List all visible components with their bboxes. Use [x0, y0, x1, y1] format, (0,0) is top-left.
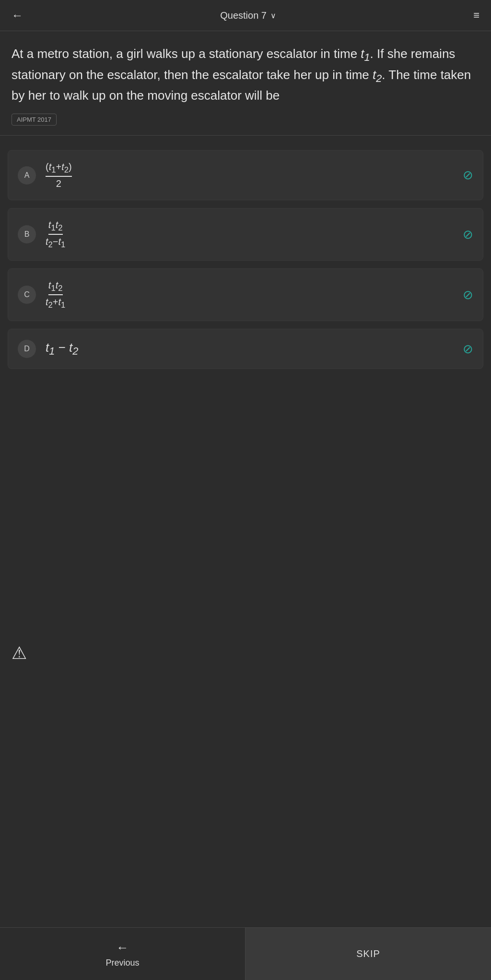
- option-d-block-icon: ⊘: [463, 342, 473, 357]
- option-c-content: t1t2 t2+t1: [46, 279, 65, 310]
- option-c-denominator: t2+t1: [46, 295, 65, 310]
- question-area: At a metro station, a girl walks up a st…: [0, 31, 491, 136]
- alert-area: ⚠: [0, 634, 491, 673]
- option-d-content: t1 − t2: [46, 340, 78, 357]
- t1-inline: t1: [361, 46, 370, 61]
- options-area: A (t1+t2) 2 ⊘ B t1t2 t2−t1 ⊘ C: [0, 136, 491, 633]
- option-a-label: A: [18, 166, 36, 184]
- option-c-numerator: t1t2: [48, 279, 63, 295]
- option-a-fraction: (t1+t2) 2: [46, 161, 72, 189]
- option-b-content: t1t2 t2−t1: [46, 219, 65, 250]
- option-c-label: C: [18, 286, 36, 304]
- header-title-area: Question 7 ∨: [220, 10, 276, 21]
- option-b-denominator: t2−t1: [46, 235, 65, 250]
- back-icon[interactable]: ←: [12, 9, 23, 22]
- option-c-block-icon: ⊘: [463, 288, 473, 302]
- option-a-numerator: (t1+t2): [46, 161, 72, 177]
- t2-inline: t2: [373, 68, 382, 82]
- skip-button[interactable]: SKIP: [246, 928, 491, 980]
- option-d-label: D: [18, 340, 36, 358]
- header-title: Question 7: [220, 10, 267, 21]
- option-b-fraction: t1t2 t2−t1: [46, 219, 65, 250]
- option-d-left: D t1 − t2: [18, 340, 78, 358]
- question-text: At a metro station, a girl walks up a st…: [12, 45, 479, 105]
- option-c-left: C t1t2 t2+t1: [18, 279, 65, 310]
- option-c-fraction: t1t2 t2+t1: [46, 279, 65, 310]
- bottom-navigation: ← Previous SKIP: [0, 927, 491, 980]
- previous-label: Previous: [105, 958, 139, 968]
- option-a-content: (t1+t2) 2: [46, 161, 72, 189]
- option-b-block-icon: ⊘: [463, 227, 473, 242]
- previous-button[interactable]: ← Previous: [0, 928, 246, 980]
- content-spacer: [0, 673, 491, 927]
- option-c[interactable]: C t1t2 t2+t1 ⊘: [8, 268, 483, 321]
- option-a[interactable]: A (t1+t2) 2 ⊘: [8, 150, 483, 200]
- alert-triangle-icon[interactable]: ⚠: [12, 643, 27, 663]
- option-d-expression: t1 − t2: [46, 340, 78, 355]
- option-a-left: A (t1+t2) 2: [18, 161, 72, 189]
- option-a-block-icon: ⊘: [463, 168, 473, 183]
- previous-icon: ←: [117, 940, 129, 955]
- option-b-label: B: [18, 225, 36, 243]
- option-b-left: B t1t2 t2−t1: [18, 219, 65, 250]
- menu-icon[interactable]: ≡: [473, 9, 479, 22]
- header: ← Question 7 ∨ ≡: [0, 0, 491, 31]
- skip-label: SKIP: [356, 948, 380, 959]
- option-d[interactable]: D t1 − t2 ⊘: [8, 329, 483, 369]
- chevron-down-icon[interactable]: ∨: [270, 11, 276, 20]
- source-tag: AIPMT 2017: [12, 114, 57, 126]
- option-a-denominator: 2: [56, 177, 61, 189]
- option-b-numerator: t1t2: [48, 219, 63, 235]
- option-b[interactable]: B t1t2 t2−t1 ⊘: [8, 208, 483, 261]
